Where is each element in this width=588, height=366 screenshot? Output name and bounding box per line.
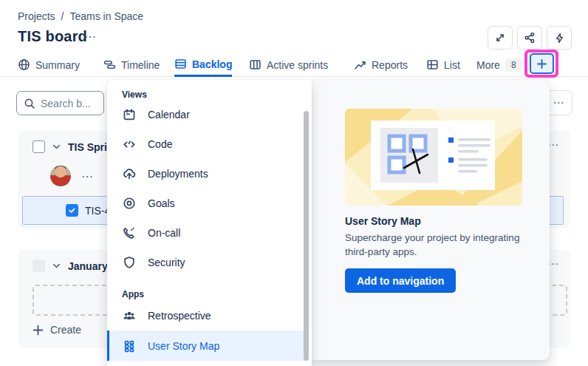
menu-item-calendar[interactable]: Calendar (107, 100, 304, 129)
menu-label: Calendar (148, 109, 190, 121)
board-columns-icon (249, 58, 261, 71)
sprint-title[interactable]: TIS Spri (68, 141, 107, 153)
tab-reports-label: Reports (372, 59, 408, 71)
menu-section-views: Views (122, 89, 147, 100)
tab-active-sprints-label: Active sprints (267, 59, 328, 71)
team-icon (122, 309, 137, 322)
code-icon (122, 138, 137, 151)
tab-list[interactable]: List (426, 53, 460, 76)
menu-label: Goals (148, 197, 175, 209)
menu-label: User Story Map (148, 340, 219, 352)
plus-icon (33, 325, 44, 336)
menu-section-apps: Apps (122, 289, 144, 299)
tab-list-label: List (444, 59, 460, 71)
search-field (16, 91, 104, 115)
breadcrumb-space[interactable]: Teams in Space (69, 10, 143, 22)
timeline-icon (103, 58, 116, 71)
calendar-icon (122, 108, 137, 121)
phone-icon (122, 226, 137, 240)
app-detail-title: User Story Map (345, 215, 421, 227)
assignee-overflow-button[interactable]: ⋯ (81, 169, 95, 183)
user-story-map-illustration (345, 109, 522, 206)
tab-backlog[interactable]: Backlog (174, 53, 232, 77)
tabbar-divider (0, 76, 588, 77)
share-button[interactable] (517, 26, 542, 50)
fullscreen-button[interactable] (488, 26, 513, 50)
app-detail-description: Supercharge your project by integrating … (345, 231, 539, 259)
views-apps-menu: Views Calendar Code Deployments (107, 80, 312, 366)
automation-button[interactable] (547, 26, 572, 50)
more-count-badge: 8 (505, 58, 522, 72)
board-more-menu-button[interactable]: ⋯ (84, 30, 97, 44)
sprint2-checkbox[interactable] (33, 260, 45, 272)
menu-scrollbar[interactable] (304, 111, 309, 361)
menu-label: Code (148, 138, 172, 150)
menu-label: Security (148, 257, 185, 268)
plus-icon (536, 58, 547, 70)
menu-label: Deployments (148, 168, 208, 180)
search-input[interactable] (41, 98, 98, 109)
annotation-highlight-box (524, 50, 558, 78)
add-to-navigation-button[interactable]: Add to navigation (345, 268, 456, 293)
grid-icon (122, 339, 137, 353)
chevron-down-icon[interactable] (52, 142, 61, 152)
tab-timeline[interactable]: Timeline (103, 53, 160, 76)
tab-summary[interactable]: Summary (18, 53, 80, 76)
app-detail-panel: User Story Map Supercharge your project … (312, 80, 550, 360)
issue-checkbox[interactable] (66, 204, 78, 217)
menu-item-retrospective[interactable]: Retrospective (107, 301, 304, 331)
table-icon (426, 58, 439, 71)
menu-item-deployments[interactable]: Deployments (107, 159, 304, 189)
menu-item-user-story-map[interactable]: User Story Map (107, 331, 304, 361)
tab-active-sprints[interactable]: Active sprints (249, 53, 328, 76)
sprint-checkbox[interactable] (33, 140, 45, 153)
sprint2-title[interactable]: January (68, 260, 108, 272)
tab-more-label: More (476, 59, 500, 71)
tab-timeline-label: Timeline (121, 59, 160, 71)
breadcrumb-projects[interactable]: Projects (18, 10, 55, 22)
breadcrumb: Projects / Teams in Space (18, 10, 143, 22)
search-icon (24, 98, 35, 109)
tab-backlog-label: Backlog (192, 58, 232, 70)
tab-reports[interactable]: Reports (354, 53, 408, 76)
add-view-button[interactable] (530, 53, 554, 74)
tab-summary-label: Summary (35, 59, 80, 71)
backlog-icon (174, 58, 187, 70)
tab-more[interactable]: More 8 (476, 53, 522, 76)
trend-chart-icon (354, 58, 366, 71)
menu-label: Retrospective (148, 310, 211, 322)
cloud-upload-icon (122, 167, 137, 180)
globe-icon (18, 58, 30, 71)
target-icon (122, 197, 137, 210)
share-icon (524, 32, 536, 44)
expand-icon (494, 32, 506, 44)
create-issue-button[interactable]: Create (33, 324, 81, 336)
page-title: TIS board (18, 28, 87, 45)
menu-item-code[interactable]: Code (107, 129, 304, 159)
lightning-icon (554, 33, 565, 44)
create-label: Create (50, 324, 81, 336)
breadcrumb-separator: / (61, 10, 64, 22)
chevron-down-icon[interactable] (52, 261, 61, 271)
menu-item-on-call[interactable]: On-call (107, 218, 304, 248)
menu-item-security[interactable]: Security (107, 248, 304, 277)
menu-item-goals[interactable]: Goals (107, 189, 304, 218)
assignee-avatar[interactable] (50, 166, 71, 186)
menu-label: On-call (148, 227, 180, 239)
shield-icon (122, 256, 137, 269)
